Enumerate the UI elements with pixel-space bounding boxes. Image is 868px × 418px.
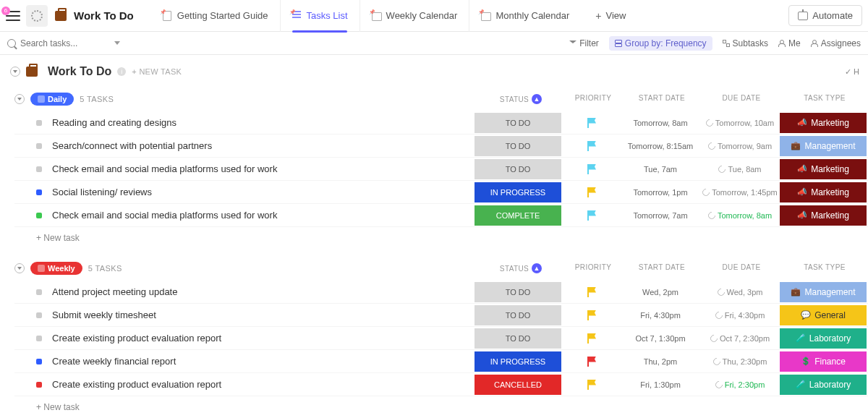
priority-cell[interactable] — [563, 187, 621, 197]
status-box[interactable] — [36, 189, 42, 195]
task-name[interactable]: Create weekly financial report — [52, 356, 473, 367]
status-cell[interactable]: COMPLETE — [475, 205, 561, 226]
tab-getting-started-guide[interactable]: 📌Getting Started Guide — [151, 0, 281, 32]
group-by-button[interactable]: Group by: Frequency — [609, 36, 712, 51]
task-name[interactable]: Submit weekly timesheet — [52, 310, 473, 320]
status-box[interactable] — [36, 312, 42, 318]
task-type-cell[interactable]: 💼Management — [780, 136, 867, 156]
info-icon[interactable]: i — [117, 67, 126, 76]
status-cell[interactable]: TO DO — [475, 136, 561, 156]
group-badge[interactable]: Weekly — [30, 262, 82, 275]
status-cell[interactable]: IN PROGRESS — [475, 182, 561, 202]
start-date-cell[interactable]: Thu, 2pm — [621, 357, 700, 366]
start-date-cell[interactable]: Fri, 1:30pm — [621, 380, 700, 389]
menu-button[interactable]: 6 — [6, 11, 20, 21]
status-box[interactable] — [36, 336, 42, 341]
col-priority[interactable]: PRIORITY — [564, 263, 622, 273]
automate-button[interactable]: Automate — [788, 5, 862, 26]
status-cell[interactable]: CANCELLED — [475, 375, 561, 395]
due-date-cell[interactable]: Oct 7, 2:30pm — [700, 334, 780, 343]
start-date-cell[interactable]: Tue, 7am — [621, 165, 700, 174]
task-row[interactable]: Social listening/ reviews IN PROGRESS To… — [14, 181, 868, 204]
due-date-cell[interactable]: Tomorrow, 1:45pm — [700, 188, 780, 197]
task-row[interactable]: Search/connect with potential partners T… — [14, 135, 868, 158]
status-box[interactable] — [36, 143, 42, 149]
status-box[interactable] — [36, 213, 42, 218]
task-type-cell[interactable]: 🧪Laboratory — [780, 328, 867, 349]
task-type-cell[interactable]: 💼Management — [780, 282, 867, 302]
task-row[interactable]: Create weekly financial report IN PROGRE… — [14, 350, 868, 373]
task-name[interactable]: Reading and creating designs — [52, 117, 473, 128]
task-row[interactable]: Create existing product evaluation repor… — [14, 373, 868, 396]
status-box[interactable] — [36, 289, 42, 295]
add-view-button[interactable]: + View — [584, 0, 637, 32]
due-date-cell[interactable]: Thu, 2:30pm — [700, 357, 780, 366]
task-type-cell[interactable]: 📣Marketing — [780, 159, 867, 179]
start-date-cell[interactable]: Fri, 4:30pm — [621, 311, 700, 320]
due-date-cell[interactable]: Tomorrow, 9am — [700, 142, 780, 150]
col-start-date[interactable]: START DATE — [622, 94, 702, 104]
task-name[interactable]: Social listening/ reviews — [52, 187, 473, 197]
status-cell[interactable]: IN PROGRESS — [475, 351, 561, 372]
priority-cell[interactable] — [563, 357, 621, 367]
task-row[interactable]: Create existing product evaluation repor… — [14, 327, 868, 350]
group-badge[interactable]: Daily — [30, 93, 74, 106]
task-name[interactable]: Create existing product evaluation repor… — [52, 333, 473, 344]
group-collapse-button[interactable] — [14, 263, 25, 273]
priority-cell[interactable] — [563, 310, 621, 320]
search-input[interactable] — [20, 38, 107, 48]
status-box[interactable] — [36, 359, 42, 364]
collapse-all-button[interactable] — [10, 67, 20, 77]
start-date-cell[interactable]: Tomorrow, 7am — [621, 211, 700, 220]
task-name[interactable]: Attend project meeting update — [52, 286, 473, 297]
start-date-cell[interactable]: Wed, 2pm — [621, 288, 700, 297]
priority-cell[interactable] — [563, 141, 621, 151]
task-type-cell[interactable]: 🧪Laboratory — [780, 375, 867, 395]
col-status[interactable]: STATUS▲ — [477, 94, 564, 104]
task-row[interactable]: Check email and social media platforms u… — [14, 158, 868, 181]
due-date-cell[interactable]: Tomorrow, 10am — [700, 119, 780, 127]
search-box[interactable] — [7, 38, 130, 48]
priority-cell[interactable] — [563, 210, 621, 221]
task-name[interactable]: Search/connect with potential partners — [52, 140, 473, 151]
task-name[interactable]: Check email and social media platforms u… — [52, 163, 473, 174]
group-collapse-button[interactable] — [14, 94, 25, 104]
task-type-cell[interactable]: 💬General — [780, 305, 867, 325]
status-cell[interactable]: TO DO — [475, 282, 561, 302]
task-type-cell[interactable]: 📣Marketing — [780, 205, 867, 226]
new-task-button[interactable]: + New task — [14, 227, 868, 243]
start-date-cell[interactable]: Oct 7, 1:30pm — [621, 334, 700, 343]
priority-cell[interactable] — [563, 380, 621, 390]
col-due-date[interactable]: DUE DATE — [702, 263, 781, 273]
task-type-cell[interactable]: 📣Marketing — [780, 113, 867, 133]
tab-tasks-list[interactable]: 📌Tasks List — [281, 0, 360, 32]
task-type-cell[interactable]: 📣Marketing — [780, 182, 867, 202]
status-box[interactable] — [36, 120, 42, 126]
due-date-cell[interactable]: Fri, 4:30pm — [700, 311, 780, 320]
assignees-button[interactable]: Assignees — [811, 38, 861, 48]
me-button[interactable]: Me — [778, 38, 801, 48]
col-status[interactable]: STATUS▲ — [477, 263, 564, 273]
start-date-cell[interactable]: Tomorrow, 8am — [621, 119, 700, 127]
task-type-cell[interactable]: 💲Finance — [780, 351, 867, 372]
chevron-down-icon[interactable] — [114, 41, 120, 45]
status-box[interactable] — [36, 166, 42, 172]
task-row[interactable]: Submit weekly timesheet TO DO Fri, 4:30p… — [14, 304, 868, 327]
task-row[interactable]: Reading and creating designs TO DO Tomor… — [14, 111, 868, 135]
tab-monthly-calendar[interactable]: 📌Monthly Calendar — [469, 0, 581, 32]
task-name[interactable]: Check email and social media platforms u… — [52, 210, 473, 221]
status-cell[interactable]: TO DO — [475, 159, 561, 179]
new-task-header-button[interactable]: + NEW TASK — [132, 67, 182, 76]
filter-button[interactable]: Filter — [569, 38, 599, 48]
start-date-cell[interactable]: Tomorrow, 8:15am — [621, 142, 700, 150]
due-date-cell[interactable]: Tue, 8am — [700, 165, 780, 174]
tab-weekly-calendar[interactable]: 📌Weekly Calendar — [360, 0, 470, 32]
priority-cell[interactable] — [563, 287, 621, 297]
col-start-date[interactable]: START DATE — [622, 263, 702, 273]
due-date-cell[interactable]: Tomorrow, 8am — [700, 211, 780, 220]
task-row[interactable]: Attend project meeting update TO DO Wed,… — [14, 281, 868, 304]
task-name[interactable]: Create existing product evaluation repor… — [52, 379, 473, 390]
status-cell[interactable]: TO DO — [475, 328, 561, 349]
col-priority[interactable]: PRIORITY — [564, 94, 622, 104]
priority-cell[interactable] — [563, 333, 621, 344]
